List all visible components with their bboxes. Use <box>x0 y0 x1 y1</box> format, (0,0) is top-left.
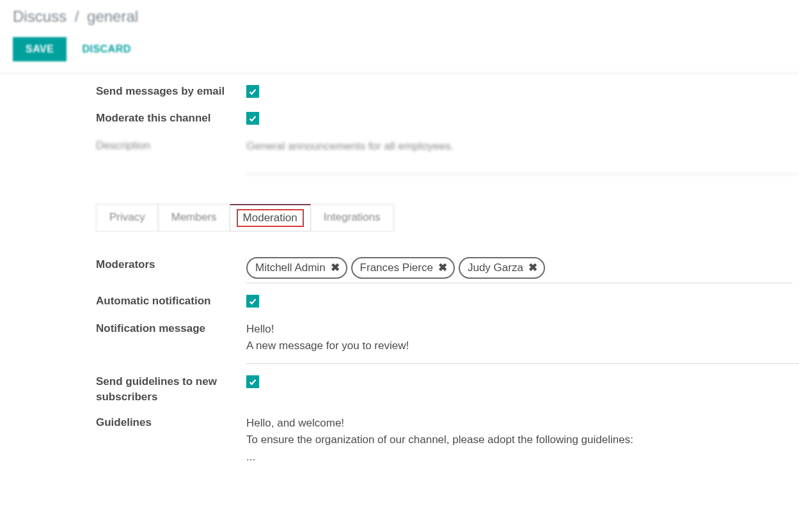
field-guidelines: Guidelines Hello, and welcome! To ensure… <box>67 410 799 480</box>
tab-integrations[interactable]: Integrations <box>310 204 394 231</box>
moderator-tag: Mitchell Admin ✖ <box>246 257 347 279</box>
moderate-channel-label: Moderate this channel <box>67 111 246 126</box>
notification-message-value[interactable]: Hello! A new message for you to review! <box>246 321 799 364</box>
check-icon <box>249 114 257 122</box>
breadcrumb: Discuss / general <box>13 8 786 26</box>
auto-notification-checkbox[interactable] <box>246 295 259 308</box>
moderator-name: Judy Garza <box>468 260 523 276</box>
breadcrumb-sep: / <box>75 8 79 25</box>
check-icon <box>249 378 257 386</box>
form-sheet: Send messages by email Moderate this cha… <box>67 74 799 480</box>
notification-message-label: Notification message <box>67 321 246 336</box>
header-actions: SAVE DISCARD <box>13 37 786 61</box>
auto-notification-label: Automatic notification <box>67 293 246 309</box>
field-auto-notification: Automatic notification <box>67 288 799 315</box>
moderator-tag: Frances Pierce ✖ <box>351 257 455 279</box>
send-guidelines-checkbox[interactable] <box>246 375 259 388</box>
send-guidelines-label: Send guidelines to new subscribers <box>67 374 246 405</box>
breadcrumb-app[interactable]: Discuss <box>13 8 67 25</box>
field-send-guidelines: Send guidelines to new subscribers <box>67 369 799 410</box>
page-header: Discuss / general SAVE DISCARD <box>0 0 799 74</box>
tabs: Privacy Members Moderation Integrations <box>96 204 393 231</box>
moderator-name: Mitchell Admin <box>255 260 326 276</box>
field-moderators: Moderators Mitchell Admin ✖ Frances Pier… <box>67 252 799 288</box>
moderate-channel-checkbox[interactable] <box>246 112 259 125</box>
tab-privacy[interactable]: Privacy <box>96 204 159 231</box>
tab-moderation-label: Moderation <box>243 212 297 224</box>
remove-icon[interactable]: ✖ <box>528 260 537 276</box>
guidelines-value[interactable]: Hello, and welcome! To ensure the organi… <box>246 415 799 474</box>
tabs-container: Privacy Members Moderation Integrations <box>96 204 799 231</box>
discard-button[interactable]: DISCARD <box>82 43 131 55</box>
check-icon <box>249 297 257 305</box>
moderator-name: Frances Pierce <box>360 260 433 276</box>
moderation-panel: Moderators Mitchell Admin ✖ Frances Pier… <box>67 231 799 480</box>
check-icon <box>249 88 257 95</box>
breadcrumb-page: general <box>87 8 138 25</box>
tab-moderation[interactable]: Moderation <box>230 204 311 231</box>
field-send-by-email: Send messages by email <box>67 79 799 106</box>
description-label: Description <box>67 138 246 153</box>
remove-icon[interactable]: ✖ <box>331 260 340 276</box>
remove-icon[interactable]: ✖ <box>438 260 447 276</box>
guidelines-label: Guidelines <box>67 415 246 430</box>
moderators-tags[interactable]: Mitchell Admin ✖ Frances Pierce ✖ Judy G… <box>246 257 793 283</box>
tab-members[interactable]: Members <box>158 204 230 231</box>
save-button[interactable]: SAVE <box>13 37 67 61</box>
description-value[interactable]: General announcements for all employees. <box>246 138 799 175</box>
moderator-tag: Judy Garza ✖ <box>459 257 545 279</box>
send-by-email-label: Send messages by email <box>67 84 246 99</box>
field-description: Description General announcements for al… <box>67 133 799 180</box>
field-notification-message: Notification message Hello! A new messag… <box>67 316 799 370</box>
field-moderate-channel: Moderate this channel <box>67 106 799 132</box>
moderators-label: Moderators <box>67 257 246 272</box>
send-by-email-checkbox[interactable] <box>246 85 259 98</box>
